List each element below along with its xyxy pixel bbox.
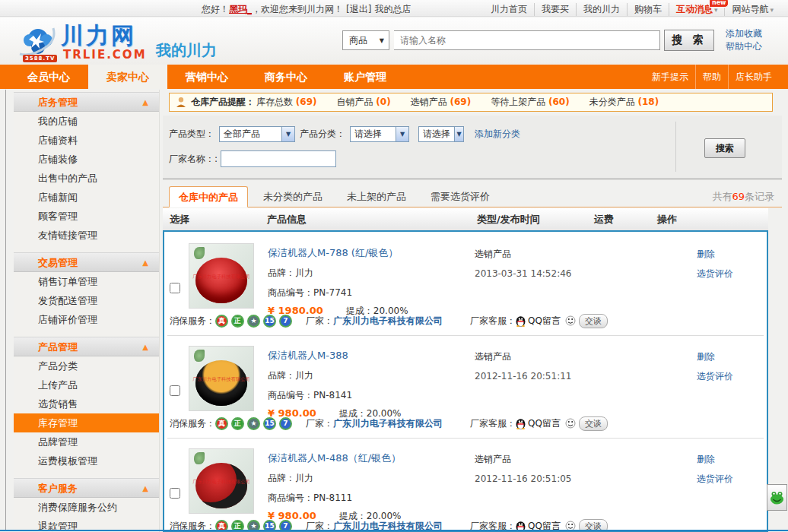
product-title-link[interactable]: 保洁机器人M-488（红/银色）: [268, 451, 402, 465]
sidebar-item-inventory-mgmt[interactable]: 库存管理: [14, 413, 159, 432]
qq-message-link[interactable]: QQ留言: [528, 417, 561, 430]
product-type-label: 产品类型：: [169, 128, 214, 141]
qq-message-link[interactable]: QQ留言: [528, 315, 561, 328]
sidebar-item-order-mgmt[interactable]: 销售订单管理: [14, 272, 159, 291]
sidebar-item-freight-template[interactable]: 运费模板管理: [14, 451, 159, 470]
delete-link[interactable]: 删除: [697, 350, 733, 363]
logout-link[interactable]: [退出]: [346, 4, 371, 14]
product-title-link[interactable]: 保洁机器人M-388: [268, 349, 402, 363]
sidebar-section-product-mgmt[interactable]: 产品管理: [14, 337, 159, 356]
triangle-up-icon: [142, 337, 148, 357]
search-input[interactable]: [394, 30, 660, 50]
review-link[interactable]: 选货评价: [697, 370, 733, 383]
top-link-my-chuanli[interactable]: 我的川力: [577, 3, 628, 16]
tab-warehouse-products[interactable]: 仓库中的产品: [169, 186, 248, 207]
review-link[interactable]: 选货评价: [697, 473, 733, 486]
product-image[interactable]: 广东川力电子科技有限公司: [189, 448, 254, 514]
nav-tab-marketing-center[interactable]: 营销中心: [167, 65, 246, 89]
sidebar-item-picking-sales[interactable]: 选货销售: [14, 394, 159, 413]
nav-tab-business-center[interactable]: 商务中心: [246, 65, 326, 89]
product-image[interactable]: 广东川力电子科技有限公司: [189, 346, 254, 411]
triangle-up-icon: [142, 93, 148, 112]
vendor-link[interactable]: 广东川力电子科技有限公司: [333, 417, 443, 430]
sidebar-item-product-category[interactable]: 产品分类: [14, 356, 159, 375]
search-category-select[interactable]: 商品: [342, 30, 389, 50]
category-select-1[interactable]: 请选择: [350, 126, 409, 142]
sidebar-item-shop-news[interactable]: 店铺新闻: [14, 188, 159, 207]
vendor-name-input[interactable]: [221, 150, 336, 167]
top-links: 川力首页 我要买 我的川力 购物车 互动消息new 网站导航: [484, 3, 780, 16]
sidebar-item-consumer-protection[interactable]: 消费保障服务公约: [14, 498, 159, 517]
customer-service-widget[interactable]: [767, 484, 787, 511]
help-link[interactable]: 帮助: [696, 65, 729, 89]
chevron-down-icon: [380, 37, 389, 44]
top-link-cart[interactable]: 购物车: [628, 3, 669, 16]
chat-button[interactable]: 交谈: [579, 416, 608, 431]
greeting: 您好！黑玛_，欢迎您来到川力网！[退出]我的总店: [202, 3, 411, 16]
row-checkbox[interactable]: [170, 488, 180, 499]
sidebar-item-shop-review-mgmt[interactable]: 店铺评价管理: [14, 310, 159, 329]
nav-tab-account-mgmt[interactable]: 账户管理: [326, 65, 405, 89]
notice-uncategorized[interactable]: 未分类产品 (18): [589, 96, 659, 109]
delete-link[interactable]: 删除: [697, 248, 733, 261]
top-link-buy[interactable]: 我要买: [535, 3, 577, 16]
logo-domain-tag: 3588.TV: [23, 55, 57, 62]
product-title-link[interactable]: 保洁机器人M-788 (红/银色）: [268, 246, 408, 260]
sidebar-item-upload-product[interactable]: 上传产品: [14, 375, 159, 394]
top-link-home[interactable]: 川力首页: [484, 3, 535, 16]
add-favorite-link[interactable]: 添加收藏: [726, 27, 762, 40]
product-brand: 川力: [295, 268, 313, 278]
tab-review-needed[interactable]: 需要选货评价: [431, 186, 490, 207]
username-link[interactable]: 黑玛_: [229, 4, 252, 14]
row-checkbox[interactable]: [170, 385, 180, 396]
tab-unlisted-products[interactable]: 未上架的产品: [347, 186, 406, 207]
filter-panel: 产品类型： 全部产品 产品分类： 请选择 请选择 添加新分类 厂家名称：: 搜索: [163, 116, 782, 179]
top-link-messages[interactable]: 互动消息new: [669, 3, 726, 16]
qq-penguin-icon: [516, 418, 526, 429]
sidebar-item-products-on-sale[interactable]: 出售中的产品: [14, 169, 159, 188]
sidebar-section-shop-mgmt[interactable]: 店务管理: [14, 92, 159, 112]
nav-tab-seller-center[interactable]: 卖家中心: [88, 65, 167, 89]
logo-title[interactable]: 川力网: [61, 21, 136, 52]
notice-self-sale[interactable]: 自销产品 (0): [337, 96, 391, 109]
col-select: 选择: [170, 213, 189, 226]
sidebar-item-friend-links[interactable]: 友情链接管理: [14, 226, 159, 245]
sidebar-item-shop-decor[interactable]: 店铺装修: [14, 150, 159, 169]
sidebar-item-shop-info[interactable]: 店铺资料: [14, 131, 159, 150]
product-image[interactable]: 广东川力电子科技有限公司: [189, 243, 254, 309]
col-type-date: 类型/发布时间: [477, 213, 540, 226]
sidebar-section-customer-service[interactable]: 客户服务: [14, 478, 159, 498]
newbie-tips-link[interactable]: 新手提示: [645, 65, 696, 89]
shop-assistant-link[interactable]: 店长助手: [729, 65, 779, 89]
robot-vacuum-photo: [195, 360, 247, 406]
row-checkbox[interactable]: [170, 283, 180, 293]
notice-total-stock[interactable]: 库存总数 (69): [256, 96, 317, 109]
top-link-sitemap[interactable]: 网站导航: [725, 3, 780, 16]
add-category-link[interactable]: 添加新分类: [475, 128, 520, 141]
category-select-2[interactable]: 请选择: [418, 126, 464, 142]
sidebar-item-shipping-mgmt[interactable]: 发货配送管理: [14, 291, 159, 310]
notice-waiting-shelf[interactable]: 等待上架产品 (60): [491, 96, 570, 109]
review-link[interactable]: 选货评价: [697, 268, 733, 280]
product-type-select[interactable]: 全部产品: [219, 126, 295, 142]
badge-star: ★: [247, 417, 260, 430]
sidebar-item-my-shop[interactable]: 我的店铺: [14, 112, 159, 131]
notice-picked-sale[interactable]: 选销产品 (69): [411, 96, 472, 109]
sidebar-section-trade-mgmt[interactable]: 交易管理: [14, 252, 159, 272]
filter-search-button[interactable]: 搜索: [704, 138, 745, 158]
delete-link[interactable]: 删除: [697, 453, 733, 466]
search-button[interactable]: 搜 索: [664, 30, 714, 51]
sidebar-item-customer-mgmt[interactable]: 顾客管理: [14, 207, 159, 226]
vendor-link[interactable]: 广东川力电子科技有限公司: [333, 315, 443, 328]
help-center-link[interactable]: 帮助中心: [726, 40, 762, 53]
col-actions: 操作: [657, 213, 677, 226]
nav-tab-member-center[interactable]: 会员中心: [9, 65, 88, 89]
chevron-down-icon: [770, 6, 774, 14]
my-store-link[interactable]: 我的总店: [374, 4, 411, 14]
robot-vacuum-photo: [195, 258, 247, 303]
sidebar-item-brand-mgmt[interactable]: 品牌管理: [14, 432, 159, 451]
chat-button[interactable]: 交谈: [579, 314, 608, 328]
tab-uncategorized-products[interactable]: 未分类的产品: [263, 186, 323, 207]
product-brand: 川力: [295, 370, 313, 381]
badge-authentic: 正: [231, 315, 244, 328]
